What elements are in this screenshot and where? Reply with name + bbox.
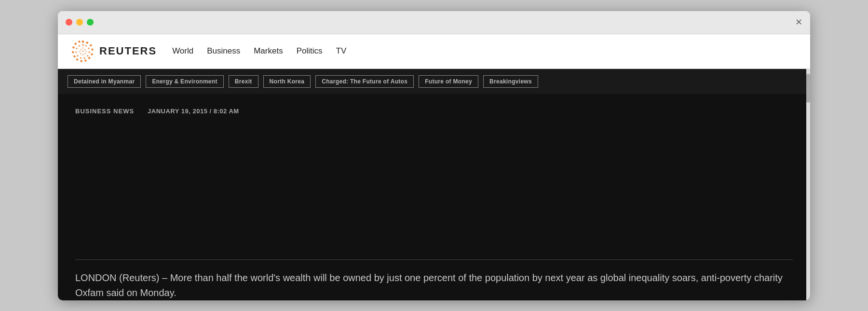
topic-detained-myanmar[interactable]: Detained in Myanmar [68,75,141,88]
svg-point-8 [81,60,82,62]
svg-point-21 [80,57,81,58]
svg-point-17 [88,48,89,49]
article-meta: BUSINESS NEWS JANUARY 19, 2015 / 8:02 AM [75,108,793,115]
svg-point-15 [82,44,84,46]
svg-point-27 [84,49,86,50]
scrollbar-track[interactable] [806,69,810,300]
nav-bar: REUTERS World Business Markets Politics … [58,34,810,69]
topic-north-korea[interactable]: North Korea [263,75,311,88]
topic-energy-environment[interactable]: Energy & Environment [146,75,223,88]
nav-link-world[interactable]: World [172,46,193,56]
svg-point-4 [91,49,93,51]
svg-point-7 [84,59,86,61]
svg-point-16 [85,45,87,46]
article-category: BUSINESS NEWS [75,108,134,115]
nav-link-tv[interactable]: TV [336,46,347,56]
maximize-traffic-light[interactable] [87,19,94,26]
svg-point-26 [82,47,83,49]
topic-charged-autos[interactable]: Charged: The Future of Autos [315,75,414,88]
nav-link-business[interactable]: Business [207,46,240,56]
article-divider [75,259,793,260]
svg-point-34 [82,50,83,52]
svg-point-9 [76,58,78,60]
svg-point-31 [80,53,81,54]
article-image-placeholder [75,126,793,259]
svg-point-6 [88,57,90,59]
topics-bar: Detained in Myanmar Energy & Environment… [58,69,810,94]
svg-point-24 [76,48,77,49]
close-traffic-light[interactable] [66,19,72,26]
svg-point-5 [91,53,93,55]
scrollbar-thumb[interactable] [806,74,810,103]
svg-point-28 [85,51,87,53]
reuters-logo-icon [71,40,95,63]
svg-point-23 [75,51,77,53]
svg-point-19 [87,55,88,56]
topic-breakingviews[interactable]: Breakingviews [483,75,538,88]
svg-point-12 [72,46,74,48]
traffic-lights [66,19,94,26]
article-body: LONDON (Reuters) – More than half the wo… [75,270,793,300]
svg-point-20 [84,57,85,58]
svg-point-25 [79,45,80,46]
reuters-logo-text: REUTERS [99,45,157,57]
title-bar: ✕ [58,11,810,34]
svg-point-29 [84,53,86,54]
svg-point-33 [80,49,81,50]
svg-point-1 [82,41,84,43]
window-close-button[interactable]: ✕ [795,18,802,27]
browser-window: ✕ [58,11,810,300]
topic-brexit[interactable]: Brexit [229,75,258,88]
svg-point-10 [73,55,75,57]
article-date: JANUARY 19, 2015 / 8:02 AM [148,108,239,115]
topic-future-money[interactable]: Future of Money [419,75,478,88]
reuters-logo[interactable]: REUTERS [71,40,157,63]
svg-point-30 [82,54,83,55]
svg-point-22 [77,55,78,56]
svg-point-3 [90,44,92,46]
svg-point-14 [78,41,80,42]
article-area: BUSINESS NEWS JANUARY 19, 2015 / 8:02 AM… [58,94,810,300]
svg-point-32 [79,51,81,53]
nav-links: World Business Markets Politics TV [172,46,346,56]
svg-point-2 [86,41,88,43]
minimize-traffic-light[interactable] [76,19,83,26]
svg-point-11 [72,51,74,53]
nav-link-markets[interactable]: Markets [254,46,283,56]
svg-point-18 [88,51,90,53]
nav-link-politics[interactable]: Politics [297,46,323,56]
svg-point-13 [75,43,77,45]
